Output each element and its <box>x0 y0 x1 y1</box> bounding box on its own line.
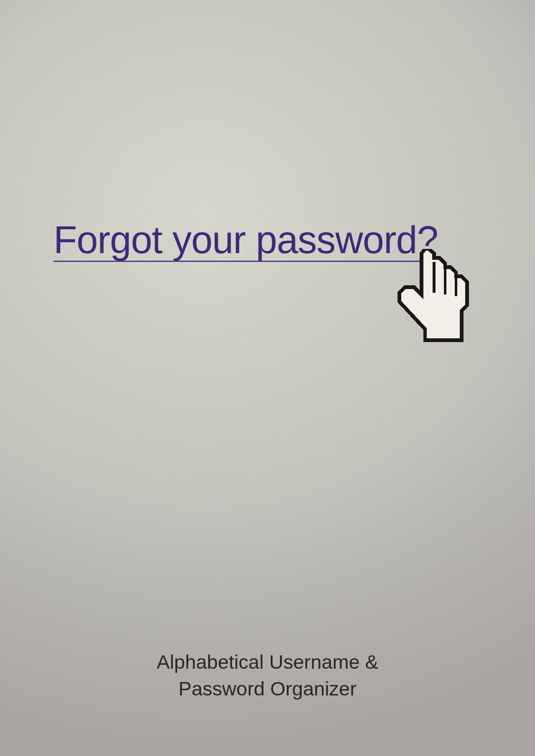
forgot-password-link[interactable]: Forgot your password? <box>54 221 438 262</box>
vignette-overlay <box>0 0 535 756</box>
pointer-hand-cursor-icon <box>385 249 476 349</box>
book-subtitle-line1: Alphabetical Username & <box>0 649 535 675</box>
book-subtitle-line2: Password Organizer <box>0 675 535 702</box>
book-subtitle: Alphabetical Username & Password Organiz… <box>0 649 535 702</box>
